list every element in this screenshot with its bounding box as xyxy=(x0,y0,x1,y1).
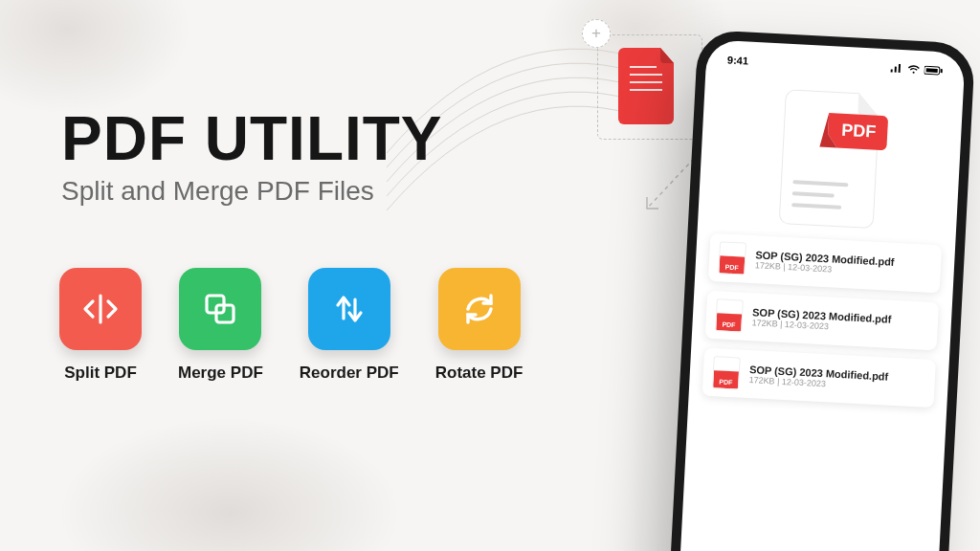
pdf-thumb-icon: PDF xyxy=(718,241,746,275)
status-time: 9:41 xyxy=(727,54,749,66)
reorder-pdf-button[interactable] xyxy=(308,268,390,350)
feature-split: Split PDF xyxy=(59,268,142,383)
pdf-badge-text: PDF xyxy=(841,121,877,142)
file-info: SOP (SG) 2023 Modified.pdf 172KB | 12-03… xyxy=(751,306,928,337)
feature-reorder: Reorder PDF xyxy=(300,268,399,383)
file-info: SOP (SG) 2023 Modified.pdf 172KB | 12-03… xyxy=(748,364,925,394)
battery-icon xyxy=(924,65,943,76)
phone-mockup: 9:41 PDF xyxy=(669,30,975,551)
add-icon[interactable]: + xyxy=(582,19,611,48)
file-list: PDF SOP (SG) 2023 Modified.pdf 172KB | 1… xyxy=(701,233,945,408)
split-pdf-button[interactable] xyxy=(59,268,142,350)
bg-blob xyxy=(57,417,402,551)
phone-screen: 9:41 PDF xyxy=(679,39,965,551)
merge-pdf-button[interactable] xyxy=(179,268,261,350)
rotate-icon xyxy=(458,288,501,330)
feature-rotate: Rotate PDF xyxy=(435,268,523,383)
pdf-thumb-icon: PDF xyxy=(715,298,744,332)
svg-rect-10 xyxy=(926,68,938,73)
page-title: PDF UTILITY xyxy=(61,103,443,174)
phone-pdf-illustration: PDF xyxy=(709,67,953,246)
feature-merge: Merge PDF xyxy=(178,268,263,383)
file-info: SOP (SG) 2023 Modified.pdf 172KB | 12-03… xyxy=(755,249,932,279)
reorder-icon xyxy=(328,288,370,330)
page-subtitle: Split and Merge PDF Files xyxy=(61,176,443,207)
plus-glyph: + xyxy=(591,24,601,43)
feature-label: Rotate PDF xyxy=(435,364,523,383)
feature-label: Merge PDF xyxy=(178,364,263,383)
signal-icon xyxy=(890,63,904,74)
merge-icon xyxy=(199,288,241,330)
wifi-icon xyxy=(907,64,922,75)
pdf-file-icon: PDF xyxy=(769,83,892,232)
rotate-pdf-button[interactable] xyxy=(438,268,521,350)
svg-rect-11 xyxy=(941,69,943,73)
feature-label: Split PDF xyxy=(64,364,137,383)
list-item[interactable]: PDF SOP (SG) 2023 Modified.pdf 172KB | 1… xyxy=(705,291,939,351)
document-icon xyxy=(618,48,679,124)
floating-add-doc: + xyxy=(597,34,702,140)
feature-row: Split PDF Merge PDF Reorder PDF xyxy=(59,268,523,383)
status-icons xyxy=(890,63,944,76)
pdf-thumb-icon: PDF xyxy=(712,356,741,389)
bg-blob xyxy=(0,0,191,115)
list-item[interactable]: PDF SOP (SG) 2023 Modified.pdf 172KB | 1… xyxy=(702,348,936,408)
hero: PDF UTILITY Split and Merge PDF Files xyxy=(61,103,443,207)
feature-label: Reorder PDF xyxy=(300,364,399,383)
split-icon xyxy=(79,288,122,330)
